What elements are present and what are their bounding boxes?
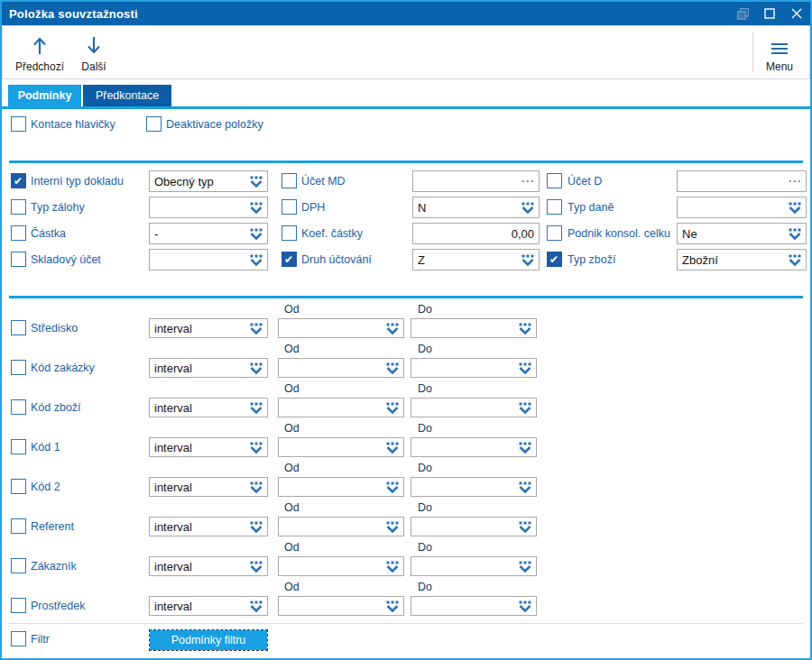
dropdown-zakaznik-interval[interactable]: interval <box>149 556 268 576</box>
dropdown-icon <box>519 521 531 533</box>
checkbox-kod-1[interactable] <box>11 439 26 454</box>
dropdown-icon <box>386 323 399 335</box>
dropdown-kod-zakazky-do[interactable] <box>411 358 537 378</box>
next-button[interactable]: Další <box>71 30 116 77</box>
dropdown-kod-zbozi-od[interactable] <box>278 398 404 417</box>
dropdown-prostredek-interval[interactable]: interval <box>149 596 268 616</box>
dropdown-prostredek-do[interactable] <box>411 596 537 616</box>
tab-podminky-label: Podmínky <box>18 89 72 102</box>
checkbox-prostredek[interactable] <box>11 598 26 613</box>
dropdown-value: interval <box>154 520 247 534</box>
dropdown-kod-2-interval[interactable]: interval <box>149 477 268 497</box>
dropdown-typ-dane[interactable] <box>677 197 807 218</box>
checkbox-typ-zbozi[interactable] <box>547 252 562 267</box>
window-title: Položka souvztažnosti <box>2 7 138 21</box>
checkbox-ucet-d[interactable] <box>547 173 562 188</box>
dropdown-typ-zbozi[interactable]: Zbožní <box>677 249 807 270</box>
dropdown-zakaznik-do[interactable] <box>411 556 537 576</box>
typ-zbozi-label: Typ zboží <box>567 253 616 266</box>
interval-row-zakaznik: Zákazník interval Od Do <box>2 556 810 576</box>
checkbox-zakaznik[interactable] <box>11 558 26 573</box>
checkbox-koef-castky[interactable] <box>281 225 297 241</box>
dropdown-skladovy-ucet[interactable] <box>149 249 268 270</box>
lookup-ucet-md[interactable]: ⋯ <box>412 170 540 192</box>
dropdown-druh-uctovani[interactable]: Z <box>412 249 540 270</box>
dropdown-kod-1-od[interactable] <box>278 437 404 457</box>
dropdown-interni-typ-dokladu[interactable]: Obecný typ <box>149 170 268 192</box>
dropdown-icon <box>519 600 531 612</box>
dropdown-referent-interval[interactable]: interval <box>149 517 268 536</box>
dropdown-kod-2-od[interactable] <box>278 477 404 497</box>
close-button[interactable] <box>783 2 810 25</box>
dropdown-icon <box>250 228 263 240</box>
dropdown-icon <box>519 442 531 454</box>
dropdown-kod-2-do[interactable] <box>411 477 537 497</box>
dropdown-podnik-konsol-celku[interactable]: Ne <box>677 223 807 244</box>
dropdown-kod-zbozi-interval[interactable]: interval <box>149 398 268 417</box>
dropdown-icon <box>519 402 531 414</box>
dropdown-dph[interactable]: N <box>412 197 540 218</box>
condition-row: Skladový účet Druh účtování Z Typ zboží … <box>2 249 810 270</box>
dropdown-icon <box>386 362 399 374</box>
section-divider <box>9 160 803 163</box>
checkbox-typ-dane[interactable] <box>547 199 562 215</box>
tab-predkontace[interactable]: Předkontace <box>83 85 171 106</box>
restore-button[interactable] <box>729 2 756 25</box>
filter-divider <box>9 623 803 624</box>
checkbox-podnik-konsol-celku[interactable] <box>547 225 562 241</box>
dropdown-prostredek-od[interactable] <box>278 596 404 616</box>
checkbox-deaktivace-polozky[interactable] <box>146 116 161 132</box>
input-koef-castky[interactable]: 0,00 <box>412 223 540 244</box>
podnik-konsol-celku-label: Podnik konsol. celku <box>567 227 670 240</box>
dropdown-zakaznik-od[interactable] <box>278 556 404 576</box>
od-label: Od <box>284 343 300 355</box>
dropdown-stredisko-interval[interactable]: interval <box>149 318 268 338</box>
checkbox-castka[interactable] <box>11 225 26 241</box>
checkbox-skladovy-ucet[interactable] <box>11 252 26 267</box>
dropdown-kod-zakazky-interval[interactable]: interval <box>149 358 268 378</box>
dropdown-icon <box>250 254 263 266</box>
checkbox-kontace-hlavicky[interactable] <box>11 116 26 132</box>
dropdown-referent-od[interactable] <box>278 517 404 536</box>
kod-zbozi-label: Kód zboží <box>31 401 81 414</box>
dropdown-kod-1-interval[interactable]: interval <box>149 437 268 457</box>
maximize-icon <box>764 8 775 19</box>
dropdown-stredisko-od[interactable] <box>278 318 404 338</box>
dropdown-icon <box>250 176 263 188</box>
podminky-filtru-button[interactable]: Podmínky filtru <box>149 629 268 651</box>
dropdown-typ-zalohy[interactable] <box>149 197 268 218</box>
dropdown-stredisko-do[interactable] <box>411 318 537 338</box>
interval-row-kod-zbozi: Kód zboží interval Od Do <box>2 398 810 417</box>
do-label: Do <box>418 581 432 593</box>
checkbox-ucet-md[interactable] <box>281 173 297 188</box>
dropdown-referent-do[interactable] <box>411 517 537 536</box>
dropdown-castka[interactable]: - <box>149 223 268 244</box>
checkbox-stredisko[interactable] <box>11 320 26 335</box>
lookup-ucet-d[interactable]: ⋯ <box>677 170 807 192</box>
checkbox-druh-uctovani[interactable] <box>281 252 297 267</box>
checkbox-kod-2[interactable] <box>11 479 26 494</box>
maximize-button[interactable] <box>756 2 783 25</box>
checkbox-kod-zbozi[interactable] <box>11 399 26 415</box>
close-icon <box>791 8 802 19</box>
menu-button[interactable]: Menu <box>757 30 802 77</box>
checkbox-referent[interactable] <box>11 518 26 534</box>
tab-podminky[interactable]: Podmínky <box>8 85 81 106</box>
checkbox-filtr[interactable] <box>11 631 26 646</box>
checkbox-dph[interactable] <box>281 199 297 215</box>
checkbox-kod-zakazky[interactable] <box>11 360 26 375</box>
dropdown-value: interval <box>154 441 247 454</box>
dropdown-kod-zbozi-do[interactable] <box>411 398 537 417</box>
od-label: Od <box>284 541 300 554</box>
dropdown-icon <box>521 202 534 214</box>
checkbox-interni-typ-dokladu[interactable] <box>11 173 26 188</box>
dropdown-kod-zakazky-od[interactable] <box>278 358 404 378</box>
dropdown-icon <box>250 481 263 493</box>
checkbox-typ-zalohy[interactable] <box>11 199 26 215</box>
dropdown-value: Zbožní <box>682 253 786 267</box>
dropdown-value: Z <box>418 253 519 267</box>
kontace-hlavicky-label: Kontace hlavičky <box>31 118 115 131</box>
referent-label: Referent <box>31 520 74 533</box>
previous-button[interactable]: Předchozí <box>10 30 69 77</box>
dropdown-kod-1-do[interactable] <box>411 437 537 457</box>
